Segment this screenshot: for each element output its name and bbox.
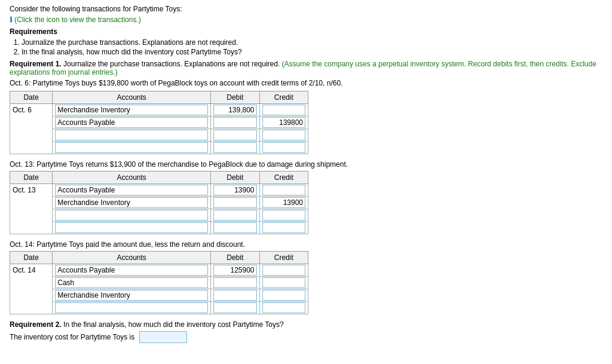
oct6-credit-4-input[interactable] bbox=[262, 142, 305, 153]
oct14-debit-4-cell bbox=[211, 302, 259, 314]
oct13-credit-1-cell bbox=[259, 184, 308, 197]
oct13-row-1: Oct. 13 bbox=[10, 184, 308, 197]
oct6-row-3 bbox=[10, 129, 308, 142]
oct6-debit-2-input[interactable] bbox=[213, 117, 256, 128]
oct14-account-4-input[interactable] bbox=[55, 302, 208, 313]
oct6-table: Date Accounts Debit Credit Oct. 6 bbox=[10, 91, 308, 154]
oct13-row-2 bbox=[10, 197, 308, 209]
oct14-credit-3-cell bbox=[259, 289, 308, 302]
oct6-account-2-input[interactable] bbox=[55, 117, 208, 128]
oct13-account-1-input[interactable] bbox=[55, 185, 208, 195]
oct14-table: Date Accounts Debit Credit Oct. 14 bbox=[10, 251, 308, 314]
oct14-debit-2-input[interactable] bbox=[213, 277, 256, 288]
oct6-credit-3-cell bbox=[259, 129, 308, 142]
oct13-credit-3-input[interactable] bbox=[262, 210, 305, 221]
oct6-accounts-header: Accounts bbox=[53, 91, 211, 104]
oct6-account-3-input[interactable] bbox=[55, 130, 208, 140]
oct13-credit-2-cell bbox=[259, 197, 308, 209]
oct14-credit-2-cell bbox=[259, 277, 308, 289]
req2-header: Requirement 2. In the final analysis, ho… bbox=[10, 320, 602, 329]
oct13-credit-2-input[interactable] bbox=[262, 197, 305, 208]
oct13-account-3-cell bbox=[53, 209, 211, 222]
oct6-account-3-cell bbox=[53, 129, 211, 142]
oct13-debit-header: Debit bbox=[211, 172, 259, 184]
oct14-credit-1-input[interactable] bbox=[262, 265, 305, 276]
req-item-2: In the final analysis, how much did the … bbox=[22, 48, 602, 56]
oct13-table: Date Accounts Debit Credit Oct. 13 bbox=[10, 171, 308, 234]
oct13-desc: Oct. 13: Partytime Toys returns $13,900 … bbox=[10, 160, 602, 169]
intro-text: Consider the following transactions for … bbox=[10, 5, 602, 13]
oct6-debit-4-cell bbox=[211, 142, 259, 154]
oct6-debit-3-cell bbox=[211, 129, 259, 142]
req-item-1: Journalize the purchase transactions. Ex… bbox=[22, 38, 602, 47]
req2-answer-line: The inventory cost for Partytime Toys is bbox=[10, 331, 602, 343]
oct6-credit-header: Credit bbox=[259, 91, 308, 104]
click-link[interactable]: (Click the icon to view the transactions… bbox=[14, 16, 140, 24]
oct13-date-cell: Oct. 13 bbox=[10, 184, 53, 234]
oct13-debit-2-cell bbox=[211, 197, 259, 209]
oct14-account-3-input[interactable] bbox=[55, 290, 208, 301]
oct13-row-3 bbox=[10, 209, 308, 222]
oct13-debit-4-input[interactable] bbox=[213, 222, 256, 233]
oct6-debit-2-cell bbox=[211, 117, 259, 129]
oct13-account-2-cell bbox=[53, 197, 211, 209]
oct6-debit-4-input[interactable] bbox=[213, 142, 256, 153]
oct13-debit-1-input[interactable] bbox=[213, 185, 256, 195]
oct14-row-3 bbox=[10, 289, 308, 302]
oct13-debit-2-input[interactable] bbox=[213, 197, 256, 208]
oct13-date-header: Date bbox=[10, 172, 53, 184]
oct14-credit-4-input[interactable] bbox=[262, 302, 305, 313]
oct14-credit-1-cell bbox=[259, 264, 308, 277]
oct14-account-1-input[interactable] bbox=[55, 265, 208, 276]
requirements-list: Journalize the purchase transactions. Ex… bbox=[22, 38, 602, 56]
oct6-credit-4-cell bbox=[259, 142, 308, 154]
inv-cost-label: The inventory cost for Partytime Toys is bbox=[10, 333, 134, 341]
oct6-account-1-input[interactable] bbox=[55, 105, 208, 115]
oct6-row-1: Oct. 6 bbox=[10, 104, 308, 117]
oct13-debit-1-cell bbox=[211, 184, 259, 197]
oct13-account-4-input[interactable] bbox=[55, 222, 208, 233]
oct14-account-2-input[interactable] bbox=[55, 277, 208, 288]
oct6-credit-3-input[interactable] bbox=[262, 130, 305, 140]
oct14-debit-3-cell bbox=[211, 289, 259, 302]
requirements-header: Requirements bbox=[10, 27, 602, 36]
req1-header: Requirement 1. Journalize the purchase t… bbox=[10, 60, 602, 77]
oct6-credit-2-input[interactable] bbox=[262, 117, 305, 128]
inv-cost-input[interactable] bbox=[139, 331, 187, 343]
oct14-debit-4-input[interactable] bbox=[213, 302, 256, 313]
oct14-account-2-cell bbox=[53, 277, 211, 289]
oct13-account-1-cell bbox=[53, 184, 211, 197]
click-link-line: ℹ (Click the icon to view the transactio… bbox=[10, 16, 602, 24]
oct14-debit-3-input[interactable] bbox=[213, 290, 256, 301]
oct14-date-header: Date bbox=[10, 252, 53, 264]
oct14-row-2 bbox=[10, 277, 308, 289]
oct14-credit-header: Credit bbox=[259, 252, 308, 264]
oct13-debit-3-input[interactable] bbox=[213, 210, 256, 221]
info-icon: ℹ bbox=[10, 16, 13, 24]
oct14-account-4-cell bbox=[53, 302, 211, 314]
oct6-debit-1-cell bbox=[211, 104, 259, 117]
oct13-account-4-cell bbox=[53, 222, 211, 234]
oct14-credit-2-input[interactable] bbox=[262, 277, 305, 288]
oct14-credit-3-input[interactable] bbox=[262, 290, 305, 301]
oct14-account-3-cell bbox=[53, 289, 211, 302]
oct6-account-4-input[interactable] bbox=[55, 142, 208, 153]
oct13-accounts-header: Accounts bbox=[53, 172, 211, 184]
oct14-debit-header: Debit bbox=[211, 252, 259, 264]
oct6-date-cell: Oct. 6 bbox=[10, 104, 53, 154]
oct6-debit-3-input[interactable] bbox=[213, 130, 256, 140]
oct6-row-4 bbox=[10, 142, 308, 154]
oct13-credit-1-input[interactable] bbox=[262, 185, 305, 195]
oct14-debit-1-cell bbox=[211, 264, 259, 277]
oct6-credit-1-cell bbox=[259, 104, 308, 117]
oct6-credit-1-input[interactable] bbox=[262, 105, 305, 115]
oct13-credit-header: Credit bbox=[259, 172, 308, 184]
oct13-account-3-input[interactable] bbox=[55, 210, 208, 221]
oct13-credit-4-input[interactable] bbox=[262, 222, 305, 233]
oct6-debit-1-input[interactable] bbox=[213, 105, 256, 115]
oct14-debit-1-input[interactable] bbox=[213, 265, 256, 276]
oct6-account-4-cell bbox=[53, 142, 211, 154]
oct13-account-2-input[interactable] bbox=[55, 197, 208, 208]
oct13-debit-3-cell bbox=[211, 209, 259, 222]
oct6-account-2-cell bbox=[53, 117, 211, 129]
